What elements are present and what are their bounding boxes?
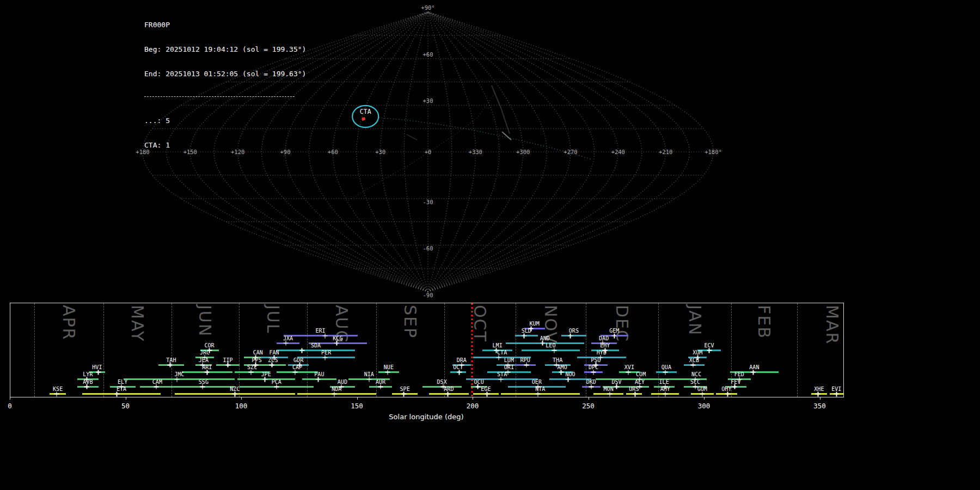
shower-peak-marker: [249, 370, 254, 375]
x-tick: [473, 397, 473, 400]
lon-label: +300: [516, 149, 530, 155]
x-axis-title: Solar longitude (deg): [10, 413, 843, 421]
end-time: End: 20251013 01:52:05 (sol = 199.63°): [144, 70, 306, 78]
shower-peak-marker: [751, 370, 756, 375]
shower-peak-marker: [589, 384, 593, 389]
month-label: JAN: [685, 305, 705, 336]
shower-peak-marker: [700, 391, 705, 396]
x-tick-label: 0: [8, 402, 12, 410]
x-tick-label: 350: [813, 402, 826, 410]
shower-peak-marker: [540, 341, 545, 346]
shower-peak-marker: [524, 363, 529, 367]
shower-peak-marker: [663, 370, 667, 375]
shower-peak-marker: [499, 377, 504, 382]
month-gridline: [34, 303, 35, 397]
month-label: MAY: [128, 305, 147, 342]
shower-peak-marker: [270, 363, 274, 367]
shower-peak-marker: [168, 363, 173, 367]
timeline-plot: APRMAYJUNJULAUGSEPOCTNOVDECJANFEBMARKUME…: [10, 303, 844, 397]
shower-peak-marker: [690, 363, 695, 367]
month-label: JUN: [195, 305, 215, 337]
lon-label: +210: [659, 149, 672, 155]
shower-peak-marker: [283, 341, 288, 346]
meteor-streak: [492, 85, 510, 134]
radiant-label: CTA: [360, 108, 371, 115]
shower-bar: [82, 393, 161, 395]
lon-label: +30: [375, 149, 385, 155]
lon-label: +330: [469, 149, 482, 155]
shower-peak-marker: [205, 370, 210, 375]
lat-label: -30: [423, 199, 433, 205]
shower-peak-marker: [54, 391, 59, 396]
lat-label: +90°: [421, 4, 434, 11]
month-label: FEB: [755, 305, 774, 339]
shower-peak-marker: [323, 355, 328, 360]
month-gridline: [797, 303, 798, 397]
shower-peak-marker: [262, 377, 267, 382]
grid-meridian: [428, 12, 571, 292]
x-tick: [126, 397, 126, 400]
shower-peak-marker: [175, 377, 180, 382]
skymap-svg: +180+150+120+90+60+30+0+330+300+270+240+…: [0, 0, 855, 301]
lon-label: +270: [564, 149, 577, 155]
shower-peak-marker: [732, 384, 737, 389]
month-label: JUL: [264, 305, 283, 334]
shower-peak-marker: [633, 391, 638, 396]
shower-label: SDA: [311, 343, 321, 348]
shower-peak-marker: [725, 391, 730, 396]
shower-peak-marker: [385, 370, 390, 375]
shower-peak-marker: [816, 391, 820, 396]
x-tick: [589, 397, 589, 400]
shower-peak-marker: [232, 391, 237, 396]
shower-peak-marker: [323, 333, 328, 338]
shower-peak-marker: [552, 348, 556, 353]
grid-meridian: [285, 12, 428, 292]
shower-peak-marker: [566, 377, 571, 382]
month-gridline: [103, 303, 104, 397]
shower-peak-marker: [316, 377, 321, 382]
shower-peak-marker: [334, 341, 339, 346]
lon-label: +180°: [705, 149, 722, 155]
radiant-activity-plot: { "header": { "station": "FR000P", "beg"…: [0, 0, 980, 490]
lat-label: -90: [423, 292, 433, 298]
x-tick: [357, 397, 358, 400]
header-divider: [144, 96, 295, 97]
shower-peak-marker: [200, 384, 205, 389]
shower-peak-marker: [114, 391, 119, 396]
shower-peak-marker: [274, 384, 279, 389]
x-tick: [10, 397, 10, 400]
month-label: SEP: [401, 305, 420, 339]
shower-peak-marker: [299, 348, 304, 353]
shower-peak-marker: [522, 333, 526, 338]
grid-meridian: [357, 12, 428, 292]
current-sol-line: [471, 303, 473, 397]
shower-peak-marker: [536, 391, 541, 396]
shower-peak-marker: [559, 370, 564, 375]
x-tick: [241, 397, 242, 400]
shower-bar: [522, 350, 579, 351]
trajectory-trail: [379, 118, 591, 159]
shower-peak-marker: [225, 363, 230, 367]
shower-peak-marker: [401, 391, 406, 396]
shower-peak-marker: [707, 348, 712, 353]
station-id: FR000P: [144, 21, 306, 29]
meteor-streak: [407, 134, 417, 140]
lon-label: +60: [328, 149, 338, 155]
shower-peak-marker: [457, 370, 462, 375]
lat-label: +30: [423, 97, 433, 104]
lat-label: -60: [423, 245, 433, 252]
month-gridline: [239, 303, 240, 397]
month-label: OCT: [470, 305, 489, 342]
shower-peak-marker: [445, 391, 450, 396]
month-label: APR: [59, 305, 78, 340]
lon-label: +240: [611, 149, 625, 155]
shower-peak-marker: [626, 370, 630, 375]
month-gridline: [516, 303, 516, 397]
shower-peak-marker: [485, 391, 489, 396]
shower-peak-marker: [154, 384, 158, 389]
month-gridline: [171, 303, 172, 397]
shower-peak-marker: [378, 384, 383, 389]
shower-peak-marker: [612, 333, 617, 338]
shower-peak-marker: [475, 384, 480, 389]
shower-peak-marker: [496, 355, 501, 360]
